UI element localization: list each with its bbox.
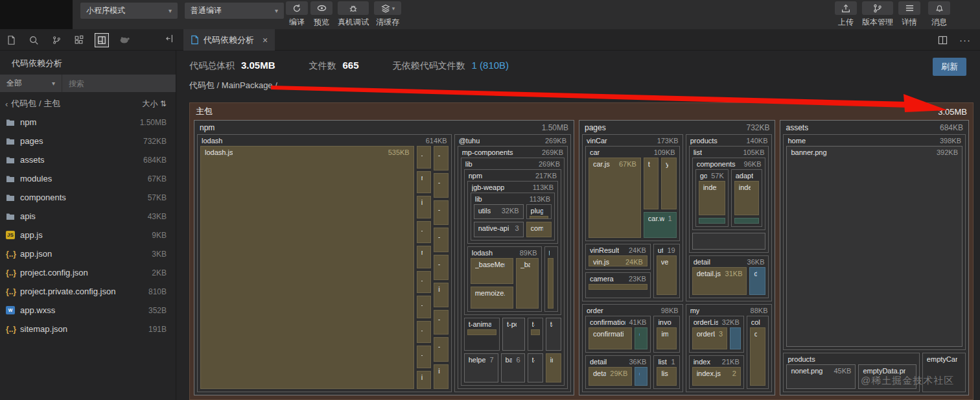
treemap-node[interactable]: car.wxss1 — [644, 212, 677, 238]
treemap-node[interactable]: lodash.js535KB — [200, 146, 414, 389]
file-row[interactable]: npm1.50MB — [0, 113, 176, 132]
file-row[interactable]: Wapp.wxss352B — [0, 301, 176, 320]
treemap-node[interactable]: helpers7 — [464, 353, 498, 382]
tab-code-dependency-analysis[interactable]: 代码依赖分析 × — [183, 29, 275, 51]
treemap-node[interactable]: car.js67KB — [589, 158, 641, 238]
treemap-node[interactable]: t-n — [528, 318, 543, 351]
treemap-node[interactable]: _ba — [434, 255, 449, 279]
mode-dropdown[interactable]: 小程序模式 ▾ — [80, 3, 178, 19]
file-row[interactable]: JSapp.js9KB — [0, 226, 176, 244]
treemap-node[interactable]: adaptinde — [731, 169, 763, 227]
treemap-node[interactable]: lis — [657, 367, 676, 386]
treemap-node[interactable]: _cr — [434, 337, 449, 362]
file-row[interactable]: modules67KB — [0, 169, 176, 188]
treemap-node[interactable]: productsnonet.png45KBemptyData.pr — [783, 353, 919, 392]
treemap-node[interactable]: t-pop — [502, 318, 525, 351]
search-icon[interactable] — [27, 33, 41, 47]
compile-dropdown[interactable]: 普通编译 ▾ — [185, 3, 284, 19]
treemap-node[interactable]: lodash89KB_baseMergmemoize.js_bas — [467, 246, 542, 312]
treemap-node[interactable]: isFuncti — [417, 371, 432, 389]
treemap-node[interactable]: me — [417, 171, 432, 194]
treemap-node[interactable]: mp-components269KBlib269KBnpm217KBjgb-we… — [458, 146, 568, 389]
sidebar-breadcrumb[interactable]: 代码包 / 主包 — [11, 98, 60, 110]
file-explorer-icon[interactable] — [4, 33, 18, 47]
treemap-node[interactable]: _ba — [417, 146, 432, 169]
treemap-node[interactable]: im — [657, 327, 676, 349]
treemap-node[interactable]: products140KBlist105KBcomponents96KBgood… — [686, 134, 773, 301]
treemap-node[interactable]: vin.js24KB — [589, 255, 648, 266]
file-row[interactable]: {..}project.config.json2KB — [0, 263, 176, 282]
treemap-node[interactable]: pages732KBvinCar173KBcar109KBcar.js67KBt… — [579, 120, 775, 395]
treemap-node[interactable]: d — [749, 267, 765, 295]
version-control-button[interactable]: 版本管理 — [862, 1, 893, 28]
panel-layout-icon[interactable] — [95, 33, 109, 47]
treemap-node[interactable]: jgb-weapp113KBlib113KButils32KBpluginati… — [467, 181, 558, 244]
treemap-node[interactable]: or — [730, 327, 741, 349]
treemap-node[interactable]: col — [750, 327, 766, 386]
treemap-node[interactable]: isB — [434, 283, 449, 307]
treemap-node[interactable]: _ba — [434, 146, 449, 171]
treemap-node[interactable]: me — [417, 246, 432, 268]
treemap-node[interactable]: home398KBbanner.png392KB — [783, 134, 966, 350]
treemap-node[interactable]: plugi — [526, 204, 552, 219]
file-row[interactable]: {..}sitemap.json191B — [0, 320, 176, 338]
treemap-node[interactable]: isPl — [417, 196, 432, 218]
treemap-node[interactable]: detail36KBdetail.js31KBd — [689, 255, 769, 298]
treemap-node[interactable]: _ar — [434, 173, 449, 198]
file-row[interactable]: assets684KB — [0, 150, 176, 169]
treemap-node[interactable]: invoiim — [653, 316, 679, 353]
treemap-node[interactable]: list1lis — [653, 355, 679, 389]
treemap-node[interactable]: camera23KB — [585, 272, 651, 298]
treemap-node[interactable]: vehi — [657, 255, 677, 294]
clear-cache-button[interactable]: ▾ 清缓存 — [374, 1, 401, 28]
treemap-node[interactable]: list105KBcomponents96KBgoods57Kindex.jsa… — [689, 146, 769, 253]
back-chevron-icon[interactable]: ‹ — [5, 99, 8, 109]
upload-button[interactable]: 上传 — [835, 1, 857, 28]
treemap-node[interactable]: lodash614KBlodash.js535KB_bameisPl_bame_… — [197, 134, 452, 392]
treemap-node[interactable]: t-animat — [464, 318, 500, 351]
treemap-node[interactable]: isA — [434, 364, 449, 389]
treemap-node[interactable]: utils32KB — [474, 204, 524, 219]
treemap-node[interactable]: _co — [417, 346, 432, 368]
more-actions-icon[interactable]: ··· — [959, 34, 971, 45]
treemap-node[interactable]: ind — [546, 353, 561, 382]
treemap-node[interactable]: detail.js29KB — [589, 367, 632, 386]
file-row[interactable]: {..}project.private.config.json810B — [0, 282, 176, 301]
treemap-node[interactable]: index21KBindex.js2 — [689, 355, 744, 389]
extensions-grid-icon[interactable] — [72, 33, 86, 47]
messages-button[interactable]: 消息 — [928, 1, 950, 28]
treemap-node[interactable]: _bas — [516, 258, 539, 309]
treemap-node[interactable]: inde — [734, 181, 760, 215]
treemap-node[interactable]: components96KBgoods57Kindex.jsadaptinde — [692, 158, 766, 230]
treemap-node[interactable]: lib269KBnpm217KBjgb-weapp113KBlib113KBut… — [461, 158, 565, 386]
stat-value-link[interactable]: 1 (810B) — [472, 60, 509, 71]
refresh-button[interactable]: 刷新 — [933, 58, 966, 76]
treemap-node[interactable]: cc — [635, 327, 648, 349]
treemap-node[interactable]: detail36KBdetail.js29KBde — [585, 355, 651, 389]
treemap-node[interactable]: type — [644, 158, 659, 209]
details-button[interactable]: 详情 — [898, 1, 920, 28]
treemap-node[interactable]: t-i — [546, 318, 561, 351]
treemap-node[interactable]: npm1.50MBlodash614KBlodash.js535KB_bamei… — [194, 120, 574, 395]
git-branch-icon[interactable] — [49, 33, 64, 47]
treemap-node[interactable]: lib113KButils32KBpluginative-api3comp — [471, 193, 555, 241]
device-debug-button[interactable]: 真机调试 — [338, 1, 369, 28]
file-row[interactable]: pages732KB — [0, 132, 176, 150]
sort-by-size-control[interactable]: 大小 ⇅ — [143, 99, 167, 110]
treemap-node[interactable]: _baseMerg — [471, 258, 513, 284]
treemap-node[interactable]: npm217KBjgb-weapp113KBlib113KButils32KBp… — [464, 169, 561, 315]
file-row[interactable]: apis43KB — [0, 207, 176, 226]
treemap-node[interactable]: nonet.png45KB — [786, 364, 856, 389]
treemap-node[interactable]: detail.js31KB — [692, 267, 747, 295]
treemap-node[interactable]: _ge — [417, 271, 432, 294]
treemap-node[interactable]: confirmation41KBconfirmation.jscc — [585, 316, 651, 353]
treemap-node[interactable]: _cu — [434, 310, 449, 335]
treemap-node[interactable]: order98KBconfirmation41KBconfirmation.js… — [582, 304, 683, 392]
treemap-node[interactable]: t-b — [528, 353, 543, 382]
treemap-node[interactable]: index.js2 — [692, 367, 741, 386]
treemap-node[interactable]: emptyCar.png — [922, 353, 966, 392]
paw-icon[interactable] — [117, 33, 132, 47]
treemap-node[interactable]: utils19vehi — [653, 244, 680, 298]
treemap-node[interactable]: tsl — [544, 246, 558, 312]
treemap-node[interactable]: goods57Kindex.js — [695, 169, 729, 227]
